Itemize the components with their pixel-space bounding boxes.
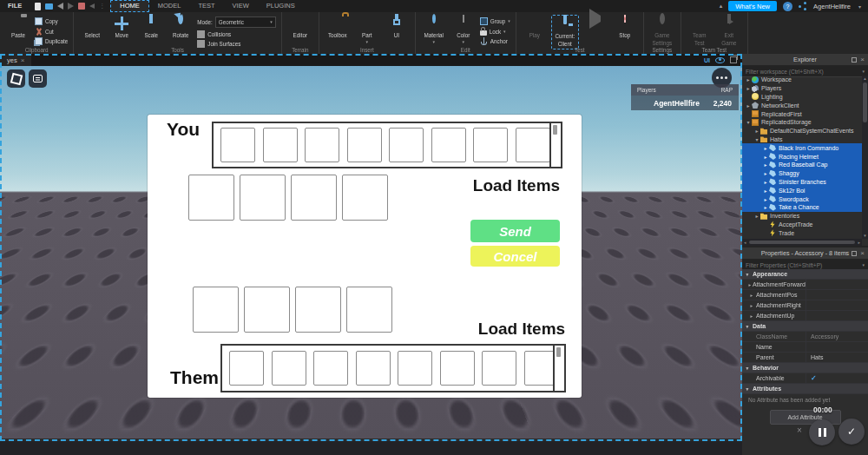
scale-tool-button[interactable]: Scale <box>138 15 164 40</box>
explorer-vertical-scrollbar[interactable]: ▲ ▼ <box>862 76 868 239</box>
visibility-eye-icon[interactable] <box>715 57 725 63</box>
expand-arrow-icon[interactable]: ▸ <box>747 313 756 319</box>
pause-recording-button[interactable] <box>809 419 835 445</box>
back-icon[interactable] <box>89 3 95 9</box>
help-icon[interactable]: ? <box>783 2 792 11</box>
property-value[interactable] <box>806 300 868 310</box>
undo-icon[interactable] <box>57 3 63 10</box>
item-slot[interactable] <box>193 287 239 333</box>
select-tool-button[interactable]: Select <box>79 15 105 40</box>
color-button[interactable]: Color ▾ <box>450 15 477 44</box>
cancel-recording-icon[interactable]: × <box>797 425 802 435</box>
property-value[interactable]: Hats <box>806 353 868 362</box>
open-file-icon[interactable] <box>45 3 53 10</box>
ribbon-tab-model[interactable]: MODEL <box>149 0 190 12</box>
scroll-left-icon[interactable]: ◂ <box>744 240 746 245</box>
scene-3d[interactable]: Players RAP AgentHellfire 2,240 You Load… <box>0 66 742 439</box>
property-row[interactable]: ParentHats <box>742 353 868 363</box>
redo-icon[interactable] <box>68 3 74 10</box>
paste-button[interactable]: Paste <box>5 15 31 40</box>
scrollbar-thumb[interactable] <box>749 241 856 244</box>
expand-arrow-icon[interactable]: ▾ <box>745 119 752 125</box>
close-panel-icon[interactable]: × <box>860 250 865 257</box>
item-slot[interactable] <box>389 128 424 162</box>
property-section[interactable]: ▾Data <box>742 321 868 332</box>
item-slot[interactable] <box>346 287 392 333</box>
item-slot[interactable] <box>229 351 264 386</box>
maximize-icon[interactable] <box>730 56 737 63</box>
finish-recording-button[interactable]: ✓ <box>838 419 865 445</box>
item-slot[interactable] <box>263 128 298 162</box>
ribbon-tab-home[interactable]: HOME <box>110 0 149 12</box>
explorer-horizontal-scrollbar[interactable]: ◂ ▸ <box>742 239 862 246</box>
property-row[interactable]: Archivable✓ <box>742 373 868 384</box>
chat-button[interactable] <box>29 69 47 88</box>
property-row[interactable]: ▸AttachmentPos <box>742 290 868 300</box>
close-panel-icon[interactable]: × <box>860 56 865 63</box>
explorer-node[interactable]: ▸Black Iron Commando <box>742 143 862 152</box>
scroll-down-icon[interactable]: ▼ <box>862 234 868 238</box>
toolbox-button[interactable]: Toolbox <box>325 15 351 40</box>
part-button[interactable]: Part ▾ <box>354 15 380 44</box>
explorer-node[interactable]: ReplicatedFirst <box>742 109 862 118</box>
explorer-node[interactable]: ▸NetworkClient <box>742 101 862 109</box>
current-client-button[interactable]: Current: Client <box>551 15 579 49</box>
move-tool-button[interactable]: Move <box>108 15 135 40</box>
part-dropdown-icon[interactable]: ▾ <box>366 41 369 43</box>
property-row[interactable]: ▸AttachmentForward <box>742 280 868 290</box>
property-value[interactable] <box>806 342 868 352</box>
ui-button[interactable]: UI <box>384 15 410 40</box>
checkbox-checked-icon[interactable]: ✓ <box>811 374 817 382</box>
paste-quick-icon[interactable] <box>78 3 85 10</box>
explorer-node[interactable]: ▸Sk12r Boi <box>742 186 862 195</box>
explorer-node[interactable]: ▸Swordpack <box>742 195 862 203</box>
item-slot[interactable] <box>220 128 255 162</box>
file-menu-button[interactable]: FILE <box>0 0 30 12</box>
explorer-node[interactable]: ▸DefaultChatSystemChatEvents <box>742 127 862 135</box>
rotate-tool-button[interactable]: Rotate <box>168 15 194 40</box>
scroll-right-icon[interactable]: ▸ <box>858 240 860 245</box>
item-slot[interactable] <box>291 175 337 221</box>
expand-arrow-icon[interactable]: ▸ <box>762 170 769 176</box>
expand-arrow-icon[interactable]: ▸ <box>753 128 760 134</box>
dock-icon[interactable] <box>852 251 857 256</box>
property-section[interactable]: ▾Attributes <box>742 384 868 394</box>
scroll-up-icon[interactable]: ▲ <box>862 76 868 81</box>
duplicate-button[interactable]: Duplicate <box>35 37 68 45</box>
expand-arrow-icon[interactable]: ▸ <box>762 179 769 185</box>
inventory-scrollbar[interactable] <box>549 123 561 167</box>
item-slot[interactable] <box>240 175 286 221</box>
collapse-ribbon-icon[interactable]: ▴ <box>720 3 723 10</box>
dock-icon[interactable] <box>852 57 857 63</box>
item-slot[interactable] <box>431 128 466 162</box>
collapse-arrow-icon[interactable]: ▾ <box>742 324 753 329</box>
collapse-arrow-icon[interactable]: ▾ <box>742 366 753 371</box>
item-slot[interactable] <box>295 287 341 333</box>
inventory-scrollbar[interactable] <box>553 346 564 391</box>
toolbar-overflow-icon[interactable]: ⋮ <box>99 3 105 10</box>
send-button[interactable]: Send <box>470 220 560 242</box>
ribbon-tab-view[interactable]: VIEW <box>224 0 258 12</box>
anchor-button[interactable]: Anchor <box>480 37 510 45</box>
explorer-node[interactable]: ▸Sinister Branches <box>742 178 862 187</box>
item-slot[interactable] <box>305 128 339 162</box>
lock-button[interactable]: Lock▾ <box>480 28 510 36</box>
item-slot[interactable] <box>398 351 432 386</box>
property-section[interactable]: ▾Behavior <box>742 363 868 373</box>
viewport-tab-yes[interactable]: yes × <box>0 54 31 66</box>
expand-arrow-icon[interactable]: ▸ <box>745 102 752 109</box>
item-slot[interactable] <box>473 128 508 162</box>
item-slot[interactable] <box>440 351 475 386</box>
item-slot[interactable] <box>482 351 516 386</box>
item-slot[interactable] <box>313 351 348 386</box>
ui-toggle[interactable]: UI <box>704 57 710 63</box>
expand-arrow-icon[interactable]: ▸ <box>762 162 769 168</box>
explorer-node[interactable]: AcceptTrade <box>742 221 862 229</box>
expand-arrow-icon[interactable]: ▸ <box>745 85 752 91</box>
expand-arrow-icon[interactable]: ▸ <box>762 188 769 194</box>
material-button[interactable]: Material ▾ <box>421 15 447 44</box>
share-icon[interactable] <box>799 2 807 10</box>
expand-arrow-icon[interactable]: ▸ <box>753 213 760 219</box>
material-dropdown-icon[interactable]: ▾ <box>433 41 436 43</box>
expand-arrow-icon[interactable]: ▸ <box>762 196 769 202</box>
